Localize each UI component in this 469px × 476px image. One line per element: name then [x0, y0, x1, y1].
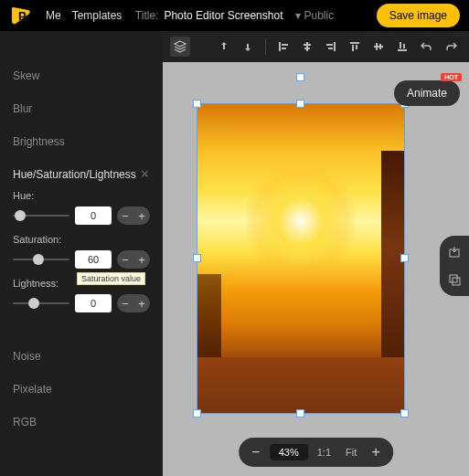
sidebar-item-brightness[interactable]: Brightness: [0, 125, 163, 158]
caret-down-icon: ▾: [295, 9, 301, 22]
bring-front-icon[interactable]: [214, 37, 234, 57]
svg-rect-13: [374, 46, 383, 48]
handle-br[interactable]: [400, 409, 409, 418]
image-content: [197, 104, 404, 413]
hsl-title: Hue/Saturation/Lightness: [13, 168, 136, 181]
svg-rect-1: [279, 42, 281, 51]
svg-rect-18: [403, 44, 405, 48]
svg-rect-11: [352, 45, 354, 51]
align-middle-icon[interactable]: [368, 37, 389, 57]
handle-ml[interactable]: [193, 254, 201, 262]
zoom-out-button[interactable]: −: [246, 442, 266, 462]
svg-rect-6: [304, 48, 310, 49]
title-value[interactable]: Photo Editor Screenshot: [164, 9, 282, 22]
save-button[interactable]: Save image: [377, 4, 460, 27]
svg-rect-3: [282, 48, 286, 49]
handle-mr[interactable]: [400, 254, 409, 262]
svg-text:P: P: [18, 9, 27, 23]
sidebar-item-pixelate[interactable]: Pixelate: [0, 373, 163, 406]
duplicate-icon[interactable]: [445, 270, 464, 289]
svg-rect-15: [379, 44, 381, 49]
saturation-input[interactable]: [75, 250, 112, 269]
svg-rect-4: [306, 42, 308, 51]
hue-slider[interactable]: [13, 210, 69, 221]
hue-label: Hue:: [13, 190, 150, 201]
hot-badge: HOT: [441, 73, 462, 81]
lightness-input[interactable]: [75, 294, 112, 312]
sidebar-item-rgb[interactable]: RGB: [0, 406, 163, 439]
svg-rect-5: [304, 44, 311, 46]
hue-decrement[interactable]: −: [117, 206, 133, 225]
svg-rect-17: [400, 42, 401, 48]
align-right-icon[interactable]: [321, 37, 341, 57]
close-icon[interactable]: ✕: [140, 167, 150, 181]
hue-input[interactable]: [75, 206, 112, 225]
svg-rect-7: [334, 42, 336, 51]
lightness-increment[interactable]: +: [133, 294, 150, 312]
canvas-area: HOT Animate − 43% 1:1 Fit +: [163, 31, 469, 476]
nav-templates[interactable]: Templates: [72, 9, 123, 22]
saturation-slider-thumb[interactable]: [33, 254, 44, 265]
canvas-viewport[interactable]: HOT Animate − 43% 1:1 Fit +: [163, 62, 469, 476]
zoom-in-button[interactable]: +: [366, 442, 386, 462]
saturation-slider[interactable]: [13, 254, 69, 265]
saturation-label: Saturation:: [13, 234, 150, 245]
svg-rect-21: [453, 278, 460, 285]
zoom-fit[interactable]: Fit: [340, 447, 362, 458]
canvas-toolbar: [163, 31, 469, 62]
visibility-toggle[interactable]: ▾ Public: [295, 9, 334, 22]
animate-wrap: HOT Animate: [394, 80, 460, 106]
visibility-label: Public: [304, 9, 334, 22]
undo-icon[interactable]: [416, 37, 436, 57]
svg-rect-14: [376, 43, 378, 50]
align-center-icon[interactable]: [297, 37, 317, 57]
hue-slider-thumb[interactable]: [15, 210, 26, 221]
topbar: P Me Templates Title: Photo Editor Scree…: [0, 0, 469, 31]
svg-rect-16: [398, 49, 407, 51]
layers-icon[interactable]: [170, 37, 190, 57]
nav-me[interactable]: Me: [46, 9, 61, 22]
lightness-decrement[interactable]: −: [117, 294, 133, 312]
zoom-actual[interactable]: 1:1: [312, 447, 336, 458]
align-top-icon[interactable]: [345, 37, 365, 57]
hsl-panel: Hue/Saturation/Lightness ✕ Hue: − +: [0, 158, 163, 327]
svg-rect-8: [326, 44, 333, 46]
effects-sidebar: Skew Blur Brightness Hue/Saturation/Ligh…: [0, 31, 163, 476]
side-tool-panel: [440, 236, 469, 296]
saturation-decrement[interactable]: −: [117, 250, 133, 269]
saturation-increment[interactable]: +: [133, 250, 150, 269]
zoom-bar: − 43% 1:1 Fit +: [239, 438, 394, 467]
sidebar-item-border[interactable]: [0, 35, 163, 59]
align-left-icon[interactable]: [273, 37, 293, 57]
saturation-control: Saturation: − + Saturation value: [13, 234, 150, 269]
hsl-header: Hue/Saturation/Lightness ✕: [13, 167, 150, 181]
redo-icon[interactable]: [442, 37, 462, 57]
sidebar-item-blur[interactable]: Blur: [0, 92, 163, 125]
svg-rect-2: [282, 44, 288, 46]
hue-control: Hue: − +: [13, 190, 150, 225]
animate-button[interactable]: Animate: [394, 80, 460, 106]
send-back-icon[interactable]: [238, 37, 258, 57]
handle-bm[interactable]: [296, 409, 304, 418]
svg-rect-20: [450, 275, 457, 282]
selected-image[interactable]: [197, 104, 404, 413]
zoom-percent[interactable]: 43%: [270, 444, 308, 460]
sidebar-item-skew[interactable]: Skew: [0, 59, 163, 92]
handle-tm[interactable]: [296, 100, 304, 108]
title-label: Title:: [135, 9, 159, 22]
app-logo[interactable]: P: [9, 5, 35, 26]
export-icon[interactable]: [445, 243, 464, 261]
lightness-slider[interactable]: [13, 298, 69, 309]
rotate-handle[interactable]: [296, 73, 304, 81]
handle-bl[interactable]: [193, 409, 201, 418]
svg-rect-12: [356, 45, 357, 49]
lightness-slider-thumb[interactable]: [28, 298, 39, 309]
handle-tl[interactable]: [193, 100, 201, 108]
sidebar-item-noise[interactable]: Noise: [0, 340, 163, 373]
align-bottom-icon[interactable]: [392, 37, 412, 57]
hue-increment[interactable]: +: [133, 206, 150, 225]
svg-rect-9: [328, 48, 333, 49]
svg-rect-10: [350, 42, 359, 44]
title-area: Title: Photo Editor Screenshot ▾ Public: [135, 9, 334, 22]
saturation-tooltip: Saturation value: [77, 272, 145, 285]
